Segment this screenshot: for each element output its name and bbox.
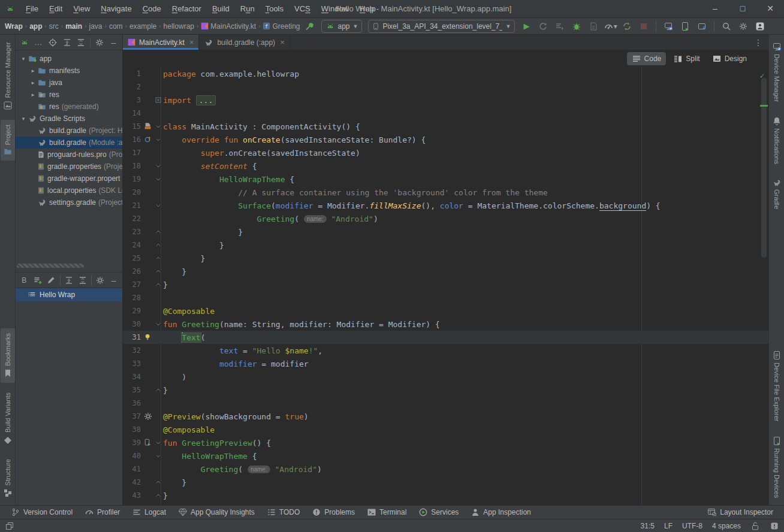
code-line[interactable]: 1package com.example.hellowrap — [123, 67, 768, 80]
menu-item-edit[interactable]: Edit — [44, 0, 68, 17]
code-line[interactable]: 28 — [123, 291, 768, 304]
override-gutter-icon[interactable] — [142, 135, 154, 144]
tool-window-button-notifications[interactable]: Notifications — [770, 111, 784, 169]
view-mode-design[interactable]: Design — [707, 52, 752, 65]
chevron-down-icon[interactable]: ▾ — [19, 116, 28, 122]
fold-up-icon[interactable] — [154, 387, 162, 393]
run-configuration-select[interactable]: app ▼ — [321, 20, 363, 33]
menu-item-tools[interactable]: Tools — [260, 0, 289, 17]
gear-gutter-icon[interactable] — [142, 412, 154, 421]
menu-item-file[interactable]: File — [20, 0, 44, 17]
fold-down-icon[interactable] — [154, 163, 162, 169]
breadcrumb-item-java[interactable]: java — [88, 22, 104, 31]
tool-window-button-device-manager[interactable]: Device Manager — [770, 37, 784, 107]
tool-window-button-services[interactable]: Services — [412, 506, 465, 519]
code-line[interactable]: 43} — [123, 489, 768, 502]
search-everywhere-button[interactable] — [719, 20, 734, 33]
code-line[interactable]: 31 Text( — [123, 331, 768, 344]
code-line[interactable]: 34 ) — [123, 370, 768, 383]
tree-item-settings-gradle[interactable]: settings.gradle(Project — [16, 197, 122, 208]
minimize-button[interactable]: – — [107, 37, 120, 49]
code-line[interactable]: 19 HelloWrapTheme { — [123, 173, 768, 186]
close-icon[interactable]: × — [280, 38, 285, 47]
tool-window-button-device-file-explorer[interactable]: Device File Explorer — [770, 346, 784, 426]
expand-all-button[interactable] — [63, 274, 76, 286]
file-encoding[interactable]: UTF-8 — [682, 522, 702, 530]
tree-item-res[interactable]: res(generated) — [16, 101, 122, 113]
tool-window-button-terminal[interactable]: Terminal — [361, 506, 412, 519]
code-line[interactable]: 18 setContent { — [123, 159, 768, 173]
tab-options-more-icon[interactable]: ⋮ — [748, 35, 768, 50]
fold-down-icon[interactable] — [154, 123, 162, 129]
code-line[interactable]: 25 } — [123, 252, 768, 265]
code-line[interactable]: 26 } — [123, 265, 768, 278]
code-line[interactable]: 3import ... — [123, 93, 768, 107]
fold-down-icon[interactable] — [154, 137, 162, 143]
chevron-right-icon[interactable]: ▸ — [29, 68, 37, 74]
chevron-down-icon[interactable]: ▾ — [19, 56, 28, 62]
b-letter-button[interactable]: B — [18, 274, 31, 286]
menu-item-build[interactable]: Build — [207, 0, 235, 17]
tool-window-button-structure[interactable]: Structure — [1, 454, 15, 503]
gear-button[interactable] — [93, 37, 106, 49]
profile-avatar-button[interactable] — [753, 20, 767, 33]
folded-imports-chip[interactable]: ... — [196, 95, 216, 105]
code-line[interactable]: 14 — [123, 107, 768, 120]
tree-item-app[interactable]: ▾app — [16, 53, 122, 65]
fold-down-icon[interactable] — [154, 202, 162, 208]
menu-item-refactor[interactable]: Refactor — [167, 0, 207, 17]
breadcrumb-item-wrap[interactable]: Wrap — [4, 22, 24, 31]
tool-window-button-todo[interactable]: TODO — [261, 506, 306, 519]
tool-window-button-build-variants[interactable]: Build Variants — [1, 388, 15, 449]
code-line[interactable]: 20 // A surface container using the 'bac… — [123, 186, 768, 199]
fold-up-icon[interactable] — [154, 282, 162, 288]
code-line[interactable]: 39fun GreetingPreview() { — [123, 436, 768, 449]
breadcrumb-item-greeting[interactable]: fGreeting — [261, 22, 301, 31]
breadcrumb-item-main[interactable]: main — [64, 22, 83, 31]
run-button[interactable]: ▶ — [519, 20, 533, 33]
android-view-button[interactable] — [18, 37, 31, 49]
attach-profiler-button[interactable] — [586, 20, 601, 33]
tree-item-build-gradle[interactable]: build.gradle(Project: H — [16, 125, 122, 137]
activity-gutter-icon[interactable] — [142, 122, 154, 131]
tool-window-button-app-quality-insights[interactable]: App Quality Insights — [172, 506, 261, 519]
breadcrumb-item-example[interactable]: example — [128, 22, 158, 31]
sdk-manager-button[interactable] — [695, 20, 709, 33]
tool-window-button-gradle[interactable]: Gradle — [770, 174, 784, 214]
fold-up-icon[interactable] — [154, 479, 162, 485]
minimize-button[interactable]: – — [701, 0, 729, 17]
fold-plus-icon[interactable] — [154, 97, 162, 103]
minimize-button[interactable]: – — [107, 274, 120, 286]
view-mode-split[interactable]: Split — [668, 52, 704, 65]
caret-position[interactable]: 31:5 — [641, 522, 655, 530]
fold-up-icon[interactable] — [154, 242, 162, 248]
indent-setting[interactable]: 4 spaces — [712, 522, 741, 530]
tool-window-button-project[interactable]: Project — [1, 120, 15, 161]
code-line[interactable]: 40 HelloWrapTheme { — [123, 449, 768, 463]
fold-down-icon[interactable] — [154, 321, 162, 327]
code-line[interactable]: 22 Greeting( name: "Android") — [123, 212, 768, 225]
code-line[interactable]: 41 Greeting( name: "Android") — [123, 463, 768, 476]
running-devices-button[interactable] — [678, 20, 692, 33]
line-separator[interactable]: LF — [664, 522, 673, 530]
collapse-all-button[interactable] — [74, 37, 88, 49]
add-list-button[interactable] — [32, 274, 44, 286]
menu-item-view[interactable]: View — [68, 0, 95, 17]
fold-down-icon[interactable] — [154, 176, 162, 182]
breadcrumb-item-mainactivity-kt[interactable]: MainActivity.kt — [200, 22, 257, 31]
breadcrumb-item-app[interactable]: app — [28, 22, 43, 31]
target-button[interactable] — [46, 37, 59, 49]
expand-all-button[interactable] — [61, 37, 74, 49]
chevron-right-icon[interactable]: ▸ — [29, 80, 37, 86]
settings-button[interactable] — [736, 20, 750, 33]
code-line[interactable]: 29@Composable — [123, 304, 768, 318]
tool-window-button-logcat[interactable]: Logcat — [126, 506, 172, 519]
pencil-button[interactable] — [45, 274, 58, 286]
editor-tab-build-gradle-app-[interactable]: build.gradle (:app)× — [199, 35, 290, 50]
code-line[interactable]: 30fun Greeting(name: String, modifier: M… — [123, 318, 768, 331]
fold-down-icon[interactable] — [154, 440, 162, 446]
profiler-button[interactable]: ▾ — [603, 20, 617, 33]
view-mode-code[interactable]: Code — [627, 52, 667, 65]
breadcrumb-item-src[interactable]: src — [48, 22, 60, 31]
code-line[interactable]: 21 Surface(modifier = Modifier.fillMaxSi… — [123, 199, 768, 212]
